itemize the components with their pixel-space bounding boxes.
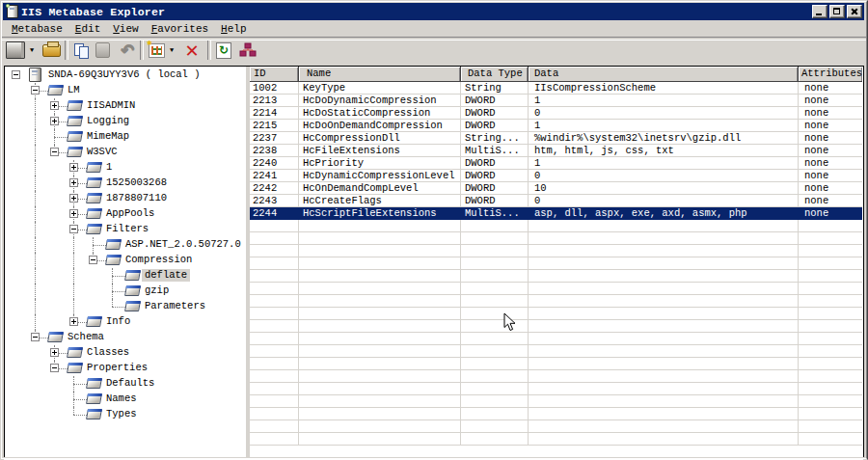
tree-node-gzip[interactable]: gzip — [5, 284, 246, 299]
cell — [299, 308, 461, 320]
expander-plus[interactable] — [50, 101, 59, 110]
key-icon — [67, 100, 83, 111]
cell — [250, 383, 299, 395]
menu-help[interactable]: Help — [221, 23, 246, 35]
table-row[interactable]: 2240HcPriorityDWORD1none — [250, 157, 862, 170]
tree-node-iisadmin[interactable]: IISADMIN — [5, 98, 246, 114]
tree-node-asp-net-2-0-50727-0[interactable]: ASP.NET_2.0.50727.0 — [5, 237, 246, 253]
tree-node-1878807110[interactable]: 1878807110 — [5, 191, 246, 206]
cell — [799, 308, 862, 320]
cell: HcDoDynamicCompression — [299, 95, 461, 107]
tree-node-logging[interactable]: Logging — [5, 114, 246, 129]
tree-node-types[interactable]: Types — [5, 407, 246, 422]
column-header-data[interactable]: Data — [529, 67, 799, 82]
table-empty-row — [250, 433, 862, 446]
column-header-attributes[interactable]: Attributes — [799, 67, 862, 82]
cell: none — [799, 170, 862, 182]
tree-node-compression[interactable]: Compression — [5, 253, 246, 268]
minimize-button[interactable] — [812, 5, 827, 18]
refresh-icon[interactable]: ↻ — [216, 42, 231, 59]
tree-node-apppools[interactable]: AppPools — [5, 206, 246, 222]
table-row[interactable]: 2215HcDoOnDemandCompressionDWORD1none — [250, 120, 862, 132]
tree-node-1[interactable]: 1 — [5, 160, 246, 176]
cell — [461, 333, 529, 345]
table-row[interactable]: 2242HcOnDemandCompLevelDWORD10none — [250, 182, 862, 195]
expander-minus[interactable] — [50, 364, 59, 372]
table-row[interactable]: 2238HcFileExtensionsMultiS...htm, html, … — [250, 145, 862, 157]
tree-node-label: MimeMap — [84, 130, 132, 143]
table-row[interactable]: 2237HcCompressionDllString...%windir%\sy… — [250, 132, 862, 145]
cell — [250, 220, 299, 232]
table-row[interactable]: 2214HcDoStaticCompressionDWORD0none — [250, 107, 862, 120]
column-header-name[interactable]: Name — [299, 67, 461, 82]
tree-node-defaults[interactable]: Defaults — [5, 376, 246, 392]
connect-server-icon[interactable] — [6, 41, 25, 59]
table-row[interactable]: 2241HcDynamicCompressionLevelDWORD0none — [250, 170, 862, 182]
new-record-dropdown-icon[interactable]: ▼ — [167, 46, 176, 54]
key-icon — [67, 147, 83, 157]
cell — [250, 283, 299, 295]
expander-plus[interactable] — [69, 209, 78, 218]
cell — [461, 420, 529, 433]
tree-node-parameters[interactable]: Parameters — [5, 299, 246, 314]
key-icon — [67, 131, 83, 142]
undo-icon[interactable]: ↶ — [119, 41, 136, 60]
tree-node-1525003268[interactable]: 1525003268 — [5, 176, 246, 191]
key-icon — [67, 347, 83, 358]
cell: HcCreateFlags — [299, 195, 461, 207]
menu-view[interactable]: View — [113, 23, 138, 35]
cell — [529, 283, 799, 295]
expander-minus[interactable] — [31, 86, 40, 95]
table-row[interactable]: 2243HcCreateFlagsDWORD0none — [250, 195, 862, 207]
tree-node-info[interactable]: Info — [5, 314, 246, 330]
cell — [799, 370, 862, 383]
tree-node-deflate[interactable]: deflate — [5, 268, 246, 284]
expander-minus[interactable] — [69, 225, 78, 233]
tree-node-label: Properties — [84, 362, 150, 374]
expander-minus[interactable] — [50, 148, 59, 156]
tree-node-properties[interactable]: Properties — [5, 361, 246, 376]
expander-plus[interactable] — [69, 317, 78, 326]
tree-node-schema[interactable]: Schema — [5, 330, 246, 345]
maximize-button[interactable] — [829, 5, 845, 18]
paste-icon[interactable] — [95, 42, 110, 58]
tree-node-snda-69q3uyy3v6-local-[interactable]: SNDA-69Q3UYY3V6 ( local ) — [5, 68, 246, 83]
table-row[interactable]: 2213HcDoDynamicCompressionDWORD1none — [250, 95, 862, 107]
cell: none — [799, 182, 862, 195]
tree-node-mimemap[interactable]: MimeMap — [5, 129, 246, 145]
tree-node-lm[interactable]: LM — [5, 83, 246, 98]
cell — [299, 245, 461, 257]
connect-dropdown-icon[interactable]: ▼ — [27, 46, 37, 54]
cell — [250, 270, 299, 283]
new-record-icon[interactable] — [149, 43, 165, 58]
close-button[interactable] — [847, 5, 862, 18]
expander-plus[interactable] — [69, 178, 78, 187]
menu-favorites[interactable]: Favorites — [151, 23, 208, 35]
tree-view-icon[interactable] — [239, 42, 257, 59]
export-icon[interactable] — [42, 44, 61, 57]
table-row[interactable]: 1002KeyTypeStringIIsCompressionSchemenon… — [250, 82, 862, 95]
menu-edit[interactable]: Edit — [75, 23, 100, 35]
table-row[interactable]: 2244HcScriptFileExtensionsMultiS...asp, … — [250, 207, 862, 220]
tree-node-w3svc[interactable]: W3SVC — [5, 145, 246, 160]
expander-plus[interactable] — [69, 163, 78, 172]
key-icon — [86, 208, 102, 219]
tree-node-classes[interactable]: Classes — [5, 345, 246, 361]
expander-minus[interactable] — [12, 70, 20, 79]
expander-minus[interactable] — [31, 333, 40, 341]
column-header-id[interactable]: ID — [250, 67, 299, 82]
delete-icon[interactable]: ✕ — [180, 41, 203, 61]
cell: 1 — [529, 120, 799, 132]
copy-icon[interactable] — [73, 42, 90, 59]
expander-plus[interactable] — [50, 348, 59, 357]
expander-minus[interactable] — [89, 256, 97, 264]
expander-plus[interactable] — [50, 117, 59, 125]
menu-metabase[interactable]: Metabase — [12, 23, 63, 35]
cell — [799, 333, 862, 345]
expander-plus[interactable] — [69, 194, 78, 203]
window-title: IIS Metabase Explorer — [21, 6, 165, 18]
column-header-data-type[interactable]: Data Type — [461, 67, 529, 82]
tree-node-names[interactable]: Names — [5, 392, 246, 407]
tree-node-filters[interactable]: Filters — [5, 222, 246, 237]
title-bar[interactable]: IIS Metabase Explorer — [3, 3, 864, 20]
